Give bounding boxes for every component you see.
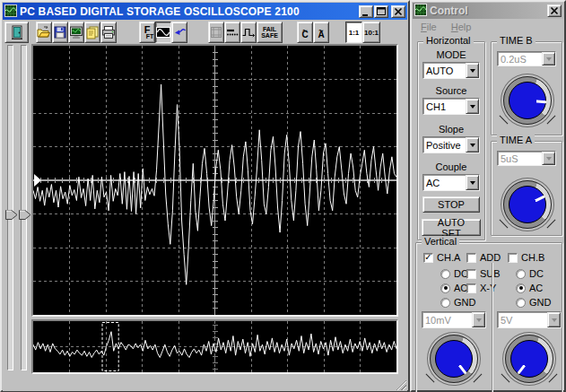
cal-a-letter: A bbox=[318, 32, 324, 38]
ch-a-checkbox-row[interactable]: ✓ CH.A bbox=[423, 252, 460, 263]
slider-b-thumb[interactable] bbox=[19, 210, 31, 222]
slope-dropdown-icon[interactable] bbox=[466, 137, 479, 152]
close-button[interactable] bbox=[391, 5, 405, 18]
ratio-10-1-label: 10:1 bbox=[364, 29, 379, 37]
ch-b-scale-select[interactable]: 5V bbox=[497, 311, 562, 328]
source-value: CH1 bbox=[423, 101, 466, 112]
menu-help[interactable]: Help bbox=[451, 22, 472, 32]
ch-a-scale-dropdown-icon[interactable] bbox=[472, 312, 485, 327]
control-icon bbox=[414, 4, 427, 18]
screen: PC BASED DIGITAL STORAGE OSCILLOSCOPE 21… bbox=[0, 0, 566, 392]
source-label: Source bbox=[418, 85, 484, 96]
slider-a-thumb[interactable] bbox=[5, 210, 18, 222]
control-titlebar[interactable]: Control bbox=[413, 3, 563, 19]
grid-icon bbox=[209, 25, 223, 39]
ch-a-scale-value: 10mV bbox=[422, 315, 472, 326]
probe-ratio-10-1-button[interactable]: 10:1 bbox=[362, 22, 380, 43]
grid-toggle-button[interactable] bbox=[208, 22, 224, 43]
couple-select[interactable]: AC bbox=[422, 174, 480, 191]
ch-a-volts-knob[interactable] bbox=[428, 333, 480, 385]
ch-b-checkbox-row[interactable]: ✓ CH.B bbox=[508, 252, 544, 263]
ch-b-checkbox-label: CH.B bbox=[521, 252, 544, 263]
minimize-button[interactable] bbox=[359, 5, 373, 18]
mode-select[interactable]: AUTO bbox=[422, 62, 480, 79]
maximize-button[interactable] bbox=[374, 5, 388, 18]
minimize-icon bbox=[361, 6, 371, 17]
time-b-knob[interactable] bbox=[501, 74, 553, 126]
time-a-dropdown-icon[interactable] bbox=[542, 152, 555, 165]
channel-b-position-slider[interactable] bbox=[21, 45, 27, 370]
mode-dropdown-icon[interactable] bbox=[466, 63, 479, 78]
ch-b-scale-value: 5V bbox=[498, 315, 547, 326]
failsafe-button[interactable]: FAIL SAFE bbox=[257, 22, 283, 43]
ch-b-gnd-radio-row[interactable]: GND bbox=[516, 297, 551, 308]
ch-a-gnd-radio[interactable] bbox=[440, 298, 450, 308]
time-b-select[interactable]: 0.2uS bbox=[497, 51, 556, 66]
main-titlebar[interactable]: PC BASED DIGITAL STORAGE OSCILLOSCOPE 21… bbox=[3, 3, 407, 20]
notes-icon bbox=[85, 25, 100, 39]
notes-button[interactable] bbox=[84, 22, 100, 43]
trigger-edge-button[interactable] bbox=[240, 22, 257, 43]
probe-ratio-1-1-button[interactable]: 1:1 bbox=[345, 22, 362, 43]
time-b-group: TIME B 0.2uS bbox=[491, 41, 562, 135]
auto-set-button[interactable]: AUTO SET bbox=[422, 219, 481, 236]
time-a-knob[interactable] bbox=[501, 179, 553, 231]
dash-dot-line-icon bbox=[225, 25, 239, 39]
window-title: PC BASED DIGITAL STORAGE OSCILLOSCOPE 21… bbox=[20, 5, 300, 18]
slope-select[interactable]: Positive bbox=[422, 136, 480, 153]
waveform-display-button[interactable] bbox=[155, 22, 171, 43]
add-checkbox[interactable]: ✓ bbox=[466, 253, 476, 263]
mode-value: AUTO bbox=[423, 65, 466, 76]
ch-a-ac-radio[interactable] bbox=[440, 283, 450, 293]
source-dropdown-icon[interactable] bbox=[466, 99, 479, 114]
ch-b-ac-radio-row[interactable]: AC bbox=[516, 283, 543, 293]
ch-a-gnd-radio-row[interactable]: GND bbox=[440, 297, 475, 308]
xy-checkbox[interactable]: ✓ bbox=[466, 283, 476, 293]
undo-arrow-button[interactable] bbox=[171, 22, 187, 43]
menu-file[interactable]: File bbox=[421, 22, 437, 32]
source-select[interactable]: CH1 bbox=[422, 98, 480, 115]
ch-b-volts-knob[interactable] bbox=[503, 333, 555, 385]
resize-grip-icon[interactable] bbox=[395, 379, 406, 390]
overview-scope-display[interactable] bbox=[31, 319, 398, 374]
ch-a-gnd-label: GND bbox=[454, 297, 475, 308]
ch-b-ac-radio[interactable] bbox=[516, 283, 526, 293]
fft-button[interactable]: F FT bbox=[139, 22, 155, 43]
couple-dropdown-icon[interactable] bbox=[466, 175, 479, 190]
statusbar bbox=[3, 376, 407, 391]
display-button[interactable] bbox=[68, 22, 84, 43]
ch-a-scale-select[interactable]: 10mV bbox=[422, 311, 486, 328]
ch-b-dc-radio-row[interactable]: DC bbox=[516, 268, 544, 279]
ch-b-gnd-radio[interactable] bbox=[516, 298, 526, 308]
ch-a-ac-label: AC bbox=[454, 283, 467, 293]
save-button[interactable] bbox=[52, 22, 68, 43]
print-button[interactable] bbox=[100, 22, 117, 43]
ch-a-checkbox[interactable]: ✓ bbox=[423, 253, 433, 263]
ch-b-scale-dropdown-icon[interactable] bbox=[547, 312, 561, 327]
ch-b-dc-radio[interactable] bbox=[516, 269, 526, 279]
ch-a-dc-radio[interactable] bbox=[440, 269, 450, 279]
sine-wave-icon bbox=[156, 25, 170, 39]
ch-a-dc-radio-row[interactable]: DC bbox=[440, 268, 468, 279]
calibrate-c-button[interactable]: ~C bbox=[297, 22, 313, 43]
time-b-dropdown-icon[interactable] bbox=[542, 52, 555, 65]
sub-checkbox[interactable]: ✓ bbox=[466, 269, 476, 279]
reference-line-button[interactable] bbox=[224, 22, 240, 43]
channel-a-position-slider[interactable] bbox=[7, 45, 13, 370]
exit-button[interactable] bbox=[4, 22, 29, 43]
main-waveform bbox=[33, 46, 396, 315]
control-close-button[interactable] bbox=[547, 4, 562, 17]
sub-checkbox-row[interactable]: ✓ SUB bbox=[466, 268, 501, 279]
ch-a-ac-radio-row[interactable]: AC bbox=[440, 283, 467, 293]
failsafe-label-top: FAIL bbox=[263, 26, 276, 32]
add-checkbox-row[interactable]: ✓ ADD bbox=[466, 252, 501, 263]
calibrate-a-button[interactable]: ~A bbox=[313, 22, 329, 43]
stop-button[interactable]: STOP bbox=[422, 196, 480, 213]
vertical-group-label: Vertical bbox=[422, 236, 459, 248]
slope-value: Positive bbox=[423, 140, 466, 151]
time-a-select[interactable]: 5uS bbox=[497, 151, 556, 166]
control-title: Control bbox=[430, 4, 468, 17]
maximize-icon bbox=[376, 6, 387, 17]
open-button[interactable] bbox=[36, 22, 52, 43]
ch-b-checkbox[interactable]: ✓ bbox=[508, 253, 518, 263]
